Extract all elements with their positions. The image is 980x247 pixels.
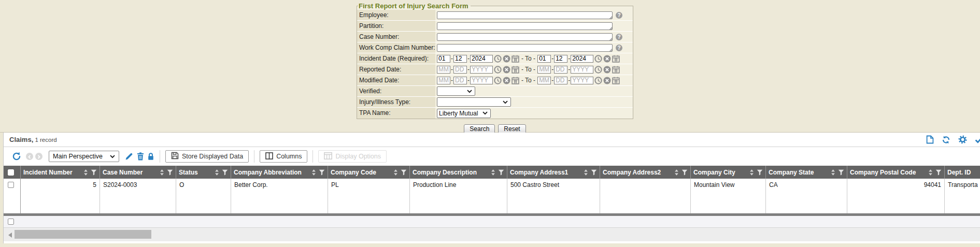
incident-date-to-year-input[interactable] <box>571 55 593 63</box>
column-header-company-abbreviation[interactable]: Company Abbreviation <box>231 166 328 179</box>
filter-icon[interactable] <box>757 169 763 176</box>
store-displayed-data-button[interactable]: Store Displayed Data <box>165 150 249 163</box>
incident-date-to-month-input[interactable] <box>537 55 551 63</box>
sort-icon[interactable] <box>674 169 679 176</box>
select-all-checkbox[interactable] <box>8 169 14 176</box>
help-icon[interactable]: ? <box>616 45 622 51</box>
column-header-company-address2[interactable]: Company Address2 <box>600 166 691 179</box>
filter-icon[interactable] <box>498 169 504 176</box>
filter-icon[interactable] <box>319 169 325 176</box>
calendar-icon[interactable] <box>512 55 519 63</box>
reported-date-to-day-input[interactable] <box>554 66 567 74</box>
row-checkbox[interactable] <box>8 182 14 188</box>
work-comp-claim-number-input[interactable] <box>437 44 613 52</box>
sort-icon[interactable] <box>159 169 165 176</box>
calendar-icon[interactable] <box>512 77 519 84</box>
reported-date-to-year-input[interactable] <box>571 66 593 74</box>
refresh-icon[interactable] <box>942 136 950 144</box>
modified-date-to-month-input[interactable] <box>537 77 551 84</box>
next-perspective-button[interactable] <box>35 153 42 160</box>
column-header-case-number[interactable]: Case Number <box>100 166 176 179</box>
sort-icon[interactable] <box>490 169 496 176</box>
filter-icon[interactable] <box>222 169 228 176</box>
sort-icon[interactable] <box>214 169 220 176</box>
sort-icon[interactable] <box>749 169 755 176</box>
reported-date-from-month-input[interactable] <box>437 66 450 74</box>
clear-icon[interactable] <box>503 66 510 74</box>
sort-icon[interactable] <box>83 169 89 176</box>
column-header-company-postal-code[interactable]: Company Postal Code <box>847 166 945 179</box>
incident-date-from-month-input[interactable] <box>437 55 450 63</box>
new-document-icon[interactable] <box>926 135 934 144</box>
scroll-left-arrow-icon[interactable] <box>8 233 12 238</box>
case-number-input[interactable] <box>437 33 613 41</box>
edit-perspective-icon[interactable] <box>125 152 133 161</box>
delete-perspective-icon[interactable] <box>137 152 144 161</box>
time-icon[interactable] <box>494 55 502 63</box>
tpa-name-select[interactable]: Liberty Mutual <box>437 109 491 118</box>
modified-date-from-month-input[interactable] <box>437 77 450 84</box>
modified-date-from-year-input[interactable] <box>470 77 493 84</box>
column-header-incident-number[interactable]: Incident Number <box>21 166 100 179</box>
sort-icon[interactable] <box>393 169 399 176</box>
column-header-company-code[interactable]: Company Code <box>328 166 410 179</box>
incident-date-from-year-input[interactable] <box>470 55 493 63</box>
settings-icon[interactable] <box>958 135 967 144</box>
clear-icon[interactable] <box>603 66 611 74</box>
filter-icon[interactable] <box>935 169 942 176</box>
filter-icon[interactable] <box>167 169 173 176</box>
reported-date-from-day-input[interactable] <box>453 66 467 74</box>
sort-icon[interactable] <box>311 169 317 176</box>
footer-row-checkbox[interactable] <box>8 219 14 225</box>
filter-icon[interactable] <box>591 169 597 176</box>
sort-icon[interactable] <box>583 169 589 176</box>
modified-date-from-day-input[interactable] <box>453 77 467 84</box>
filter-icon[interactable] <box>401 169 407 176</box>
partition-input[interactable] <box>437 22 613 30</box>
scrollbar-thumb[interactable] <box>15 230 151 239</box>
previous-perspective-button[interactable] <box>26 153 33 160</box>
column-header-company-city[interactable]: Company City <box>691 166 766 179</box>
reported-date-from-year-input[interactable] <box>470 66 493 74</box>
checkmark-icon[interactable] <box>975 136 980 143</box>
time-icon[interactable] <box>494 77 502 84</box>
help-icon[interactable]: ? <box>616 12 622 19</box>
lock-perspective-icon[interactable] <box>147 152 154 161</box>
filter-icon[interactable] <box>838 169 844 176</box>
clear-icon[interactable] <box>503 77 510 84</box>
incident-date-from-day-input[interactable] <box>453 55 467 63</box>
column-header-company-address1[interactable]: Company Address1 <box>507 166 600 179</box>
filter-icon[interactable] <box>681 169 688 176</box>
clear-icon[interactable] <box>603 55 611 63</box>
clear-icon[interactable] <box>603 77 611 84</box>
undo-icon[interactable] <box>12 152 21 161</box>
incident-date-to-day-input[interactable] <box>554 55 567 63</box>
calendar-icon[interactable] <box>612 77 620 84</box>
sort-icon[interactable] <box>830 169 836 176</box>
perspective-select[interactable]: Main Perspective <box>49 151 119 162</box>
reported-date-to-month-input[interactable] <box>537 66 551 74</box>
calendar-icon[interactable] <box>612 55 620 63</box>
calendar-icon[interactable] <box>512 66 519 74</box>
column-header-company-description[interactable]: Company Description <box>410 166 507 179</box>
modified-date-to-year-input[interactable] <box>571 77 593 84</box>
column-header-dept-id[interactable]: Dept. ID <box>945 166 980 179</box>
time-icon[interactable] <box>494 66 502 74</box>
horizontal-scrollbar[interactable] <box>4 228 980 241</box>
verified-select[interactable] <box>437 86 475 96</box>
column-header-status[interactable]: Status <box>176 166 231 179</box>
time-icon[interactable] <box>594 55 602 63</box>
grid-data-row[interactable]: 5S2024-0003OBetter Corp.PLProduction Lin… <box>4 179 980 213</box>
columns-button[interactable]: Columns <box>260 150 307 163</box>
clear-icon[interactable] <box>503 55 510 63</box>
filter-icon[interactable] <box>91 169 97 176</box>
modified-date-to-day-input[interactable] <box>554 77 567 84</box>
time-icon[interactable] <box>594 66 602 74</box>
employee-input[interactable] <box>437 11 613 19</box>
injury-illness-type-select[interactable] <box>437 97 511 107</box>
time-icon[interactable] <box>594 77 602 84</box>
sort-icon[interactable] <box>928 169 933 176</box>
column-header-company-state[interactable]: Company State <box>766 166 847 179</box>
calendar-icon[interactable] <box>612 66 620 74</box>
help-icon[interactable]: ? <box>616 34 622 40</box>
